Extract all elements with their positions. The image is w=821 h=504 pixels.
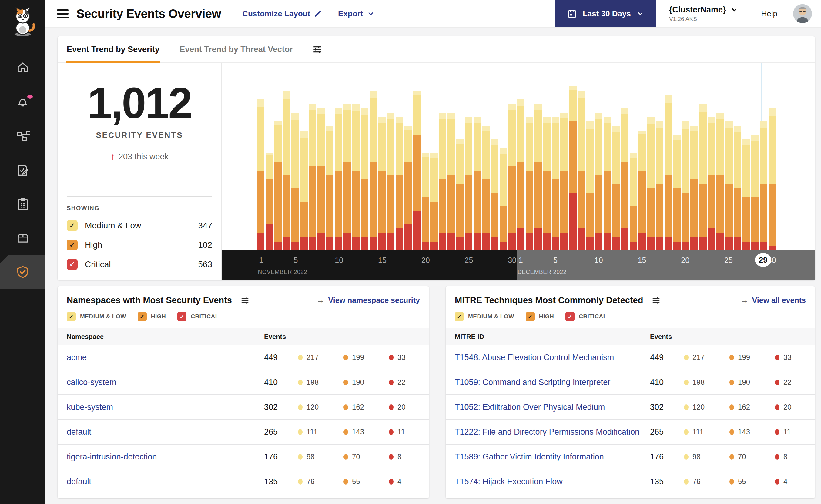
sidebar-item-policies[interactable] bbox=[0, 153, 45, 187]
sidebar-item-home[interactable] bbox=[0, 51, 45, 85]
namespaces-filter-critical[interactable]: ✓CRITICAL bbox=[177, 312, 219, 321]
namespaces-panel-title: Namespaces with Most Security Events bbox=[67, 295, 232, 305]
axis-tick-dec-15: 15 bbox=[638, 256, 647, 265]
high-dot-icon bbox=[344, 380, 348, 385]
row-link[interactable]: acme bbox=[67, 353, 264, 362]
calico-cat-logo[interactable] bbox=[0, 5, 45, 39]
high-count: 143 bbox=[730, 428, 775, 436]
hamburger-menu-icon[interactable] bbox=[57, 9, 68, 18]
row-link[interactable]: calico-system bbox=[67, 378, 264, 387]
row-link[interactable]: kube-system bbox=[67, 403, 264, 412]
critical-checkbox[interactable]: ✓ bbox=[565, 312, 574, 321]
namespaces-panel: Namespaces with Most Security Events → V… bbox=[58, 286, 429, 498]
high-dot-icon bbox=[730, 454, 734, 460]
bar-dec-25 bbox=[725, 121, 733, 250]
medium-low-count: 76 bbox=[684, 477, 730, 486]
high-count: 199 bbox=[730, 353, 775, 362]
legend-count: 563 bbox=[198, 260, 212, 269]
critical-checkbox[interactable]: ✓ bbox=[177, 312, 186, 321]
row-link[interactable]: tigera-intrusion-detection bbox=[67, 452, 264, 462]
namespaces-table-header: Namespace Events bbox=[58, 328, 429, 345]
bar-nov-9 bbox=[326, 126, 334, 250]
critical-dot-icon bbox=[775, 355, 779, 360]
tab-event-trend-by-severity[interactable]: Event Trend by Severity bbox=[66, 37, 160, 62]
bar-dec-7 bbox=[569, 86, 577, 250]
calendar-icon bbox=[567, 8, 577, 19]
cluster-selector[interactable]: {ClusterName} V1.26 AKS bbox=[669, 5, 738, 22]
high-checkbox[interactable]: ✓ bbox=[67, 240, 78, 250]
bar-dec-21 bbox=[690, 126, 698, 250]
row-link[interactable]: T1589: Gather Victim Identity Informatio… bbox=[455, 452, 650, 462]
high-checkbox[interactable]: ✓ bbox=[138, 312, 147, 321]
topbar: Security Events Overview Customize Layou… bbox=[45, 0, 821, 28]
sidebar-item-threat-defense[interactable] bbox=[0, 255, 45, 289]
bar-dec-22 bbox=[699, 104, 707, 250]
notification-dot bbox=[27, 95, 33, 99]
axis-tick-dec-1: 1 bbox=[519, 256, 523, 265]
medium-low-dot-icon bbox=[684, 355, 689, 360]
axis-tick-dec-25: 25 bbox=[724, 256, 733, 265]
sidebar-item-service-graph[interactable] bbox=[0, 119, 45, 153]
row-link[interactable]: T1222: File and Directory Permissions Mo… bbox=[455, 427, 650, 437]
bar-dec-10 bbox=[595, 113, 603, 250]
row-link[interactable]: T1052: Exfiltration Over Physical Medium bbox=[455, 403, 650, 412]
mitre-filter-medium_low[interactable]: ✓MEDIUM & LOW bbox=[455, 312, 514, 321]
row-link[interactable]: T1059: Command and Scripting Interpreter bbox=[455, 378, 650, 387]
events-total: 176 bbox=[264, 452, 298, 462]
medium-low-count: 111 bbox=[684, 428, 730, 436]
high-checkbox[interactable]: ✓ bbox=[526, 312, 535, 321]
namespaces-table-row: default13576554 bbox=[58, 469, 429, 494]
date-range-button[interactable]: Last 30 Days bbox=[555, 0, 657, 27]
critical-count: 11 bbox=[775, 428, 811, 436]
pencil-icon bbox=[314, 9, 322, 18]
axis-tick-dec-10: 10 bbox=[594, 256, 603, 265]
events-total: 410 bbox=[650, 378, 684, 387]
mitre-table-body: T1548: Abuse Elevation Control Mechanism… bbox=[446, 345, 815, 494]
sidebar-item-alerts[interactable] bbox=[0, 85, 45, 119]
high-dot-icon bbox=[344, 479, 348, 485]
critical-dot-icon bbox=[775, 429, 779, 435]
critical-count: 22 bbox=[775, 378, 811, 386]
namespaces-filter-high[interactable]: ✓HIGH bbox=[138, 312, 166, 321]
medium-low-count: 198 bbox=[298, 378, 344, 386]
bar-dec-1 bbox=[517, 99, 524, 250]
mitre-table-row: T1589: Gather Victim Identity Informatio… bbox=[446, 444, 815, 469]
mitre-filter-high[interactable]: ✓HIGH bbox=[526, 312, 554, 321]
row-link[interactable]: default bbox=[67, 477, 264, 486]
row-link[interactable]: default bbox=[67, 427, 264, 437]
critical-dot-icon bbox=[389, 479, 394, 485]
customize-layout-button[interactable]: Customize Layout bbox=[242, 9, 322, 18]
mitre-filter-critical[interactable]: ✓CRITICAL bbox=[565, 312, 607, 321]
row-link[interactable]: T1548: Abuse Elevation Control Mechanism bbox=[455, 353, 650, 362]
view-namespace-security-link[interactable]: → View namespace security bbox=[317, 296, 420, 305]
view-all-events-link[interactable]: → View all events bbox=[740, 296, 806, 305]
medium-low-count: 111 bbox=[298, 428, 344, 436]
namespaces-filter-medium_low[interactable]: ✓MEDIUM & LOW bbox=[67, 312, 126, 321]
export-button[interactable]: Export bbox=[338, 9, 375, 18]
medium-low-count: 98 bbox=[684, 453, 730, 461]
sidebar-item-workloads[interactable] bbox=[0, 221, 45, 255]
tab-event-trend-by-threat-vector[interactable]: Event Trend by Threat Vector bbox=[179, 37, 294, 62]
filter-sliders-icon[interactable] bbox=[652, 296, 661, 305]
bar-nov-24 bbox=[456, 139, 464, 250]
medium_low-checkbox[interactable]: ✓ bbox=[455, 312, 464, 321]
events-total: 135 bbox=[264, 477, 298, 486]
sidebar bbox=[0, 0, 45, 504]
critical-dot-icon bbox=[389, 429, 394, 435]
critical-count: 20 bbox=[775, 403, 811, 411]
sidebar-item-compliance[interactable] bbox=[0, 187, 45, 221]
bar-nov-6 bbox=[300, 131, 308, 250]
help-link[interactable]: Help bbox=[761, 9, 777, 18]
user-avatar[interactable] bbox=[793, 4, 812, 23]
filter-sliders-icon[interactable] bbox=[241, 296, 250, 305]
service-graph-icon bbox=[16, 129, 30, 143]
mitre-table-row: T1222: File and Directory Permissions Mo… bbox=[446, 419, 815, 444]
medium_low-checkbox[interactable]: ✓ bbox=[67, 312, 76, 321]
bar-nov-11 bbox=[344, 104, 351, 250]
medium-low-dot-icon bbox=[684, 429, 689, 435]
medium_low-checkbox[interactable]: ✓ bbox=[67, 220, 78, 231]
critical-count: 11 bbox=[389, 428, 425, 436]
chart-settings-sliders-icon[interactable] bbox=[312, 44, 323, 55]
critical-checkbox[interactable]: ✓ bbox=[67, 259, 78, 270]
row-link[interactable]: T1574: Hijack Execution Flow bbox=[455, 477, 650, 486]
